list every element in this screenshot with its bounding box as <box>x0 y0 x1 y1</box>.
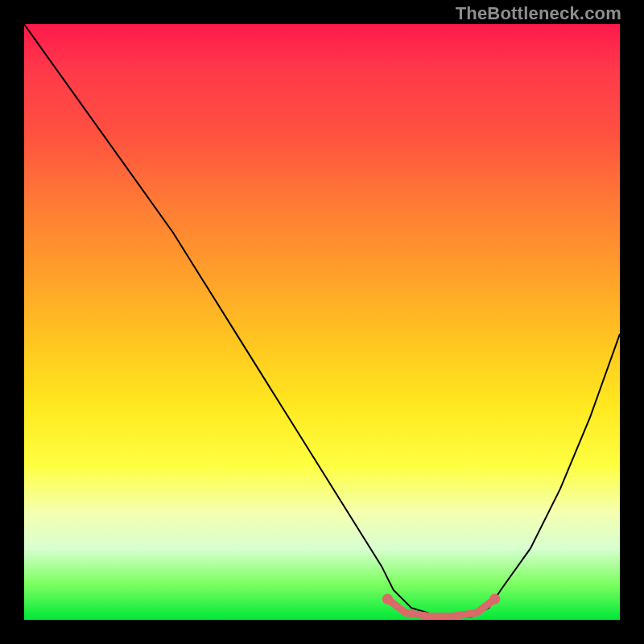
curve-layer <box>24 24 620 620</box>
watermark-text: TheBottleneck.com <box>456 3 621 24</box>
plot-area <box>24 24 620 620</box>
bottleneck-curve <box>24 24 620 617</box>
optimal-range-end-dot <box>489 593 500 604</box>
optimal-range-marker <box>387 599 494 616</box>
optimal-range-start-dot <box>382 593 393 604</box>
chart-frame: TheBottleneck.com <box>0 0 644 644</box>
